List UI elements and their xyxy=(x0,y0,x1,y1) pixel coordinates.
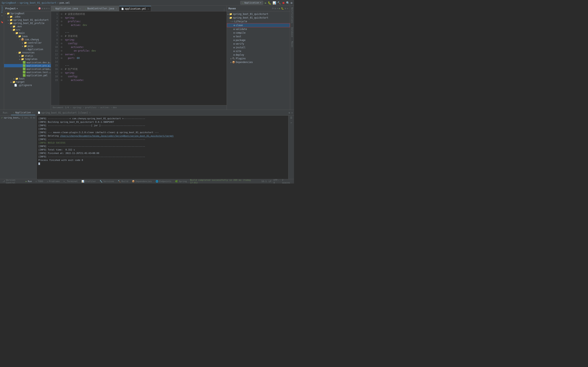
toolbar-stop-icon[interactable]: ⏹ xyxy=(282,1,285,4)
tab-close-icon[interactable]: ✕ xyxy=(148,8,149,10)
maven-verify[interactable]: ⚙ verify xyxy=(227,42,290,46)
maven-lifecycle[interactable]: ▾ ⚡ Lifecycle xyxy=(227,20,290,23)
toolbar-coverage-icon[interactable]: 📊 xyxy=(273,1,276,4)
notifications-icon[interactable]: Notifications xyxy=(291,7,293,24)
project-icon[interactable]: Project xyxy=(0,7,4,11)
tree-item-gitignore[interactable]: 📄 .gitignore xyxy=(4,83,51,87)
breadcrumb-springboot[interactable]: SpringBoot xyxy=(2,1,16,4)
maven-debug-icon[interactable]: 🐛 xyxy=(281,7,284,10)
tab-application-java[interactable]: ☕ Application.java ✕ xyxy=(51,6,83,11)
run-wrap-icon[interactable]: ↩ xyxy=(291,121,292,124)
run-config[interactable]: ☕ Application ▾ xyxy=(240,1,263,5)
toolbar-settings-icon[interactable]: ⚙ xyxy=(291,1,292,4)
toolbar-run-icon[interactable]: ▶ xyxy=(265,1,267,4)
console-link[interactable]: /Users/chenyq/Documents/heima_Java/coder… xyxy=(60,134,173,137)
encoding-indicator[interactable]: UTF-8 xyxy=(273,179,280,184)
services-tab[interactable]: 🔧 Services xyxy=(99,180,115,183)
tree-item-controller[interactable]: ▶ 📁 controller xyxy=(4,41,51,44)
maven-validate[interactable]: ⚙ validate xyxy=(227,27,290,31)
tab-more-button[interactable]: ⋮ xyxy=(222,8,227,11)
maven-install[interactable]: ⚙ install xyxy=(227,46,290,49)
panel-collapse-icon[interactable]: ⊟ xyxy=(42,7,43,10)
tree-item-templates[interactable]: ▶ 📁 templates xyxy=(4,58,51,61)
panel-locate-icon[interactable]: 🎯 xyxy=(38,7,41,10)
run-bottom-tab[interactable]: ▶ Run xyxy=(25,180,33,183)
run-entry[interactable]: ✔ spring_boot_01_qu 1 sec, 8 ms xyxy=(0,116,36,120)
tree-item-mvn[interactable]: ▶ 📁 .mvn xyxy=(4,25,51,28)
panel-close-icon[interactable]: ✕ xyxy=(48,7,50,10)
tree-item-static[interactable]: ▶ 📁 static xyxy=(4,54,51,58)
tree-item-java[interactable]: ▾ 📁 java xyxy=(4,35,51,38)
profiler-tab[interactable]: 📊 Profiler xyxy=(81,180,97,183)
lf-indicator[interactable]: LF xyxy=(269,180,271,183)
todo-tab[interactable]: ☑ TODO xyxy=(35,180,44,183)
tree-item-springboot[interactable]: ▾ 📁 SpringBoot xyxy=(4,12,51,15)
tab-application-yml[interactable]: 📄 application.yml ✕ xyxy=(119,6,151,11)
code-content[interactable]: ⊟ # 设置启用的环境 ⊟ spring: ⊟ profiles: ⊟ acti… xyxy=(59,11,227,105)
run-close-icon[interactable]: ✕ xyxy=(291,111,293,114)
maven-compile[interactable]: ⚙ compile xyxy=(227,31,290,35)
breadcrumb-project[interactable]: spring_boot_01_quickstart xyxy=(19,1,56,4)
structure-icon[interactable]: ≡ xyxy=(0,14,4,17)
endpoints-tab[interactable]: 🌐 Endpoints xyxy=(155,180,172,183)
maven-project-expanded[interactable]: ▾ 📁 spring_boot_01_quickstart xyxy=(227,16,290,20)
run-config-dropdown-icon[interactable]: ▾ xyxy=(260,1,261,4)
tree-item-idea[interactable]: ▶ 📁 .idea xyxy=(4,15,51,18)
tree-item-test[interactable]: ▶ 📁 test xyxy=(4,77,51,80)
maven-plugins[interactable]: ▶ 🔌 Plugins xyxy=(227,57,290,60)
indent-indicator[interactable]: 2 spaces xyxy=(282,179,292,184)
tab-bookcontroller-java[interactable]: ☕ BookController.java ✕ xyxy=(83,6,120,11)
tab-close-icon[interactable]: ✕ xyxy=(116,8,117,10)
tree-item-spring02[interactable]: ▾ 📁 spring_boot_02_profile xyxy=(4,22,51,25)
database-icon[interactable]: Database xyxy=(291,26,293,38)
tree-item-pojo[interactable]: ▶ 📁 pojo xyxy=(4,44,51,48)
tree-item-target[interactable]: ▶ 📁 target xyxy=(4,80,51,83)
run-tab-application[interactable]: ☕ Application ✕ xyxy=(11,110,35,115)
spring-tab[interactable]: 🌿 Spring xyxy=(174,180,188,183)
maven-deploy[interactable]: ⚙ deploy xyxy=(227,53,290,57)
tree-item-app-dev-props[interactable]: 🟩 application.dev.properties xyxy=(4,61,51,64)
toolbar-debug-icon[interactable]: 🐛 xyxy=(268,1,271,4)
maven-refresh-icon[interactable]: ⟳ xyxy=(272,7,274,10)
tree-item-app-test-props[interactable]: 🟩 application.test.properties xyxy=(4,71,51,74)
bookmarks-icon[interactable]: 🔖 xyxy=(0,20,4,24)
maven-right-icon[interactable]: Maven xyxy=(291,40,293,48)
tree-item-spring01[interactable]: ▶ 📁 spring_boot_01_quickstart xyxy=(4,18,51,22)
run-settings-icon[interactable]: ⚙ xyxy=(289,111,290,114)
version-control-tab[interactable]: ⎇ Version Control xyxy=(2,178,23,184)
tree-item-app-props[interactable]: 🟩 application.properties xyxy=(4,67,51,71)
maven-close-icon[interactable]: ✕ xyxy=(287,7,288,10)
tree-item-main[interactable]: ▾ 📁 main xyxy=(4,31,51,35)
build-tab[interactable]: 🔨 Build xyxy=(117,180,129,183)
maven-test[interactable]: ⚙ test xyxy=(227,35,290,38)
maven-site[interactable]: ⚙ site xyxy=(227,49,290,53)
problems-tab[interactable]: ⚠ Problems xyxy=(46,180,61,183)
maven-clean[interactable]: ⚙ clean xyxy=(227,23,290,27)
dependencies-tab[interactable]: 📦 Dependencies xyxy=(131,180,153,183)
maven-add-icon[interactable]: + xyxy=(277,7,278,10)
run-tab-close-icon2[interactable]: ✕ xyxy=(89,112,90,114)
maven-collapse-icon[interactable]: ⊟ xyxy=(275,7,276,10)
tree-item-resources[interactable]: ▾ 📁 resources xyxy=(4,51,51,54)
toolbar-search-icon[interactable]: 🔍 xyxy=(286,1,290,4)
tree-item-app-yml[interactable]: 🟩 application.yml xyxy=(4,74,51,77)
tree-item-package[interactable]: ▾ 📦 com.chenyq xyxy=(4,38,51,41)
run-console[interactable]: [INFO] ----------------< com.chenyq:spri… xyxy=(37,116,288,179)
run-tab-clean[interactable]: 📄 spring_boot_01_quickstart [clean] ✕ xyxy=(36,110,93,115)
maven-dependencies[interactable]: ▶ 📦 Dependencies xyxy=(227,60,290,64)
tree-item-application-class[interactable]: ☕ Application xyxy=(4,48,51,51)
maven-project-collapsed[interactable]: ▶ 📁 spring_boot_01_quickstart xyxy=(227,12,290,16)
run-tab-close-icon[interactable]: ✕ xyxy=(32,111,33,114)
maven-run-icon[interactable]: ▶ xyxy=(279,7,280,10)
tree-item-app-pro-props[interactable]: 🟩 application.pro.properties xyxy=(4,64,51,67)
tab-close-icon[interactable]: ✕ xyxy=(80,8,81,10)
breadcrumb-file[interactable]: pom.xml xyxy=(60,1,70,4)
panel-settings-icon[interactable]: ⚙ xyxy=(46,7,48,10)
maven-settings-icon[interactable]: ⚙ xyxy=(285,7,286,10)
run-filter-icon[interactable]: ☰ xyxy=(290,117,292,119)
panel-dropdown-icon[interactable]: ▾ xyxy=(17,7,18,10)
tree-item-src[interactable]: ▾ 📁 src xyxy=(4,28,51,31)
toolbar-build-icon[interactable]: 🔨 xyxy=(277,1,281,4)
maven-package[interactable]: ⚙ package xyxy=(227,38,290,42)
terminal-tab[interactable]: >_ Terminal xyxy=(63,180,79,183)
